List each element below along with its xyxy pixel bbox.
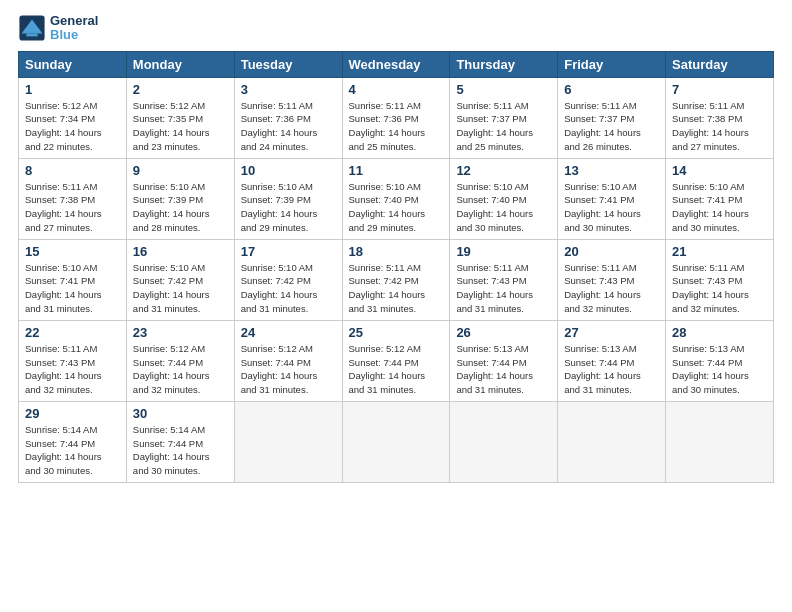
day-info: Sunrise: 5:10 AM Sunset: 7:39 PM Dayligh… (133, 180, 228, 235)
logo-line2: Blue (50, 27, 78, 42)
day-info: Sunrise: 5:11 AM Sunset: 7:42 PM Dayligh… (349, 261, 444, 316)
day-info: Sunrise: 5:10 AM Sunset: 7:41 PM Dayligh… (25, 261, 120, 316)
day-number: 6 (564, 82, 659, 97)
calendar-cell: 5Sunrise: 5:11 AM Sunset: 7:37 PM Daylig… (450, 77, 558, 158)
day-info: Sunrise: 5:14 AM Sunset: 7:44 PM Dayligh… (133, 423, 228, 478)
day-info: Sunrise: 5:13 AM Sunset: 7:44 PM Dayligh… (672, 342, 767, 397)
calendar-cell (234, 401, 342, 482)
calendar-cell: 4Sunrise: 5:11 AM Sunset: 7:36 PM Daylig… (342, 77, 450, 158)
calendar-header-tuesday: Tuesday (234, 51, 342, 77)
calendar-cell: 3Sunrise: 5:11 AM Sunset: 7:36 PM Daylig… (234, 77, 342, 158)
logo-text: General Blue (50, 14, 98, 43)
day-number: 30 (133, 406, 228, 421)
day-number: 9 (133, 163, 228, 178)
day-info: Sunrise: 5:11 AM Sunset: 7:37 PM Dayligh… (564, 99, 659, 154)
day-info: Sunrise: 5:10 AM Sunset: 7:41 PM Dayligh… (564, 180, 659, 235)
calendar-header-wednesday: Wednesday (342, 51, 450, 77)
calendar-header-thursday: Thursday (450, 51, 558, 77)
day-number: 2 (133, 82, 228, 97)
day-number: 14 (672, 163, 767, 178)
calendar-cell: 15Sunrise: 5:10 AM Sunset: 7:41 PM Dayli… (19, 239, 127, 320)
calendar: SundayMondayTuesdayWednesdayThursdayFrid… (18, 51, 774, 483)
calendar-cell: 8Sunrise: 5:11 AM Sunset: 7:38 PM Daylig… (19, 158, 127, 239)
day-number: 12 (456, 163, 551, 178)
calendar-cell: 19Sunrise: 5:11 AM Sunset: 7:43 PM Dayli… (450, 239, 558, 320)
day-number: 4 (349, 82, 444, 97)
svg-rect-2 (26, 34, 37, 37)
calendar-cell: 28Sunrise: 5:13 AM Sunset: 7:44 PM Dayli… (666, 320, 774, 401)
calendar-cell: 10Sunrise: 5:10 AM Sunset: 7:39 PM Dayli… (234, 158, 342, 239)
logo: General Blue (18, 14, 98, 43)
day-info: Sunrise: 5:10 AM Sunset: 7:42 PM Dayligh… (241, 261, 336, 316)
day-info: Sunrise: 5:10 AM Sunset: 7:41 PM Dayligh… (672, 180, 767, 235)
day-info: Sunrise: 5:11 AM Sunset: 7:37 PM Dayligh… (456, 99, 551, 154)
calendar-cell: 17Sunrise: 5:10 AM Sunset: 7:42 PM Dayli… (234, 239, 342, 320)
calendar-cell (666, 401, 774, 482)
day-number: 22 (25, 325, 120, 340)
day-info: Sunrise: 5:11 AM Sunset: 7:43 PM Dayligh… (456, 261, 551, 316)
day-info: Sunrise: 5:11 AM Sunset: 7:43 PM Dayligh… (25, 342, 120, 397)
calendar-header-row: SundayMondayTuesdayWednesdayThursdayFrid… (19, 51, 774, 77)
calendar-cell: 25Sunrise: 5:12 AM Sunset: 7:44 PM Dayli… (342, 320, 450, 401)
day-number: 25 (349, 325, 444, 340)
day-info: Sunrise: 5:10 AM Sunset: 7:39 PM Dayligh… (241, 180, 336, 235)
day-number: 15 (25, 244, 120, 259)
day-number: 11 (349, 163, 444, 178)
day-info: Sunrise: 5:11 AM Sunset: 7:36 PM Dayligh… (349, 99, 444, 154)
day-info: Sunrise: 5:11 AM Sunset: 7:36 PM Dayligh… (241, 99, 336, 154)
logo-icon (18, 14, 46, 42)
day-number: 24 (241, 325, 336, 340)
day-number: 26 (456, 325, 551, 340)
day-number: 16 (133, 244, 228, 259)
calendar-cell (558, 401, 666, 482)
calendar-cell: 21Sunrise: 5:11 AM Sunset: 7:43 PM Dayli… (666, 239, 774, 320)
calendar-cell: 13Sunrise: 5:10 AM Sunset: 7:41 PM Dayli… (558, 158, 666, 239)
day-info: Sunrise: 5:13 AM Sunset: 7:44 PM Dayligh… (456, 342, 551, 397)
day-number: 19 (456, 244, 551, 259)
calendar-header-saturday: Saturday (666, 51, 774, 77)
day-info: Sunrise: 5:10 AM Sunset: 7:40 PM Dayligh… (349, 180, 444, 235)
calendar-cell: 2Sunrise: 5:12 AM Sunset: 7:35 PM Daylig… (126, 77, 234, 158)
calendar-cell: 26Sunrise: 5:13 AM Sunset: 7:44 PM Dayli… (450, 320, 558, 401)
day-number: 27 (564, 325, 659, 340)
calendar-week-5: 29Sunrise: 5:14 AM Sunset: 7:44 PM Dayli… (19, 401, 774, 482)
calendar-cell: 18Sunrise: 5:11 AM Sunset: 7:42 PM Dayli… (342, 239, 450, 320)
day-info: Sunrise: 5:12 AM Sunset: 7:44 PM Dayligh… (349, 342, 444, 397)
page: General Blue SundayMondayTuesdayWednesda… (0, 0, 792, 497)
day-info: Sunrise: 5:14 AM Sunset: 7:44 PM Dayligh… (25, 423, 120, 478)
calendar-cell: 9Sunrise: 5:10 AM Sunset: 7:39 PM Daylig… (126, 158, 234, 239)
day-info: Sunrise: 5:12 AM Sunset: 7:44 PM Dayligh… (241, 342, 336, 397)
day-info: Sunrise: 5:10 AM Sunset: 7:40 PM Dayligh… (456, 180, 551, 235)
calendar-cell (450, 401, 558, 482)
calendar-cell: 1Sunrise: 5:12 AM Sunset: 7:34 PM Daylig… (19, 77, 127, 158)
calendar-cell: 23Sunrise: 5:12 AM Sunset: 7:44 PM Dayli… (126, 320, 234, 401)
day-info: Sunrise: 5:11 AM Sunset: 7:43 PM Dayligh… (672, 261, 767, 316)
calendar-cell: 16Sunrise: 5:10 AM Sunset: 7:42 PM Dayli… (126, 239, 234, 320)
day-number: 28 (672, 325, 767, 340)
calendar-cell: 27Sunrise: 5:13 AM Sunset: 7:44 PM Dayli… (558, 320, 666, 401)
day-number: 5 (456, 82, 551, 97)
day-info: Sunrise: 5:12 AM Sunset: 7:34 PM Dayligh… (25, 99, 120, 154)
calendar-header-friday: Friday (558, 51, 666, 77)
calendar-cell: 29Sunrise: 5:14 AM Sunset: 7:44 PM Dayli… (19, 401, 127, 482)
day-number: 20 (564, 244, 659, 259)
day-info: Sunrise: 5:11 AM Sunset: 7:38 PM Dayligh… (25, 180, 120, 235)
day-number: 29 (25, 406, 120, 421)
calendar-header-monday: Monday (126, 51, 234, 77)
calendar-week-3: 15Sunrise: 5:10 AM Sunset: 7:41 PM Dayli… (19, 239, 774, 320)
header: General Blue (18, 14, 774, 43)
day-info: Sunrise: 5:10 AM Sunset: 7:42 PM Dayligh… (133, 261, 228, 316)
day-info: Sunrise: 5:11 AM Sunset: 7:38 PM Dayligh… (672, 99, 767, 154)
day-number: 10 (241, 163, 336, 178)
day-info: Sunrise: 5:11 AM Sunset: 7:43 PM Dayligh… (564, 261, 659, 316)
calendar-cell: 6Sunrise: 5:11 AM Sunset: 7:37 PM Daylig… (558, 77, 666, 158)
calendar-cell: 12Sunrise: 5:10 AM Sunset: 7:40 PM Dayli… (450, 158, 558, 239)
calendar-cell (342, 401, 450, 482)
day-info: Sunrise: 5:12 AM Sunset: 7:35 PM Dayligh… (133, 99, 228, 154)
calendar-week-1: 1Sunrise: 5:12 AM Sunset: 7:34 PM Daylig… (19, 77, 774, 158)
day-number: 13 (564, 163, 659, 178)
calendar-cell: 11Sunrise: 5:10 AM Sunset: 7:40 PM Dayli… (342, 158, 450, 239)
day-number: 3 (241, 82, 336, 97)
calendar-week-2: 8Sunrise: 5:11 AM Sunset: 7:38 PM Daylig… (19, 158, 774, 239)
day-number: 8 (25, 163, 120, 178)
